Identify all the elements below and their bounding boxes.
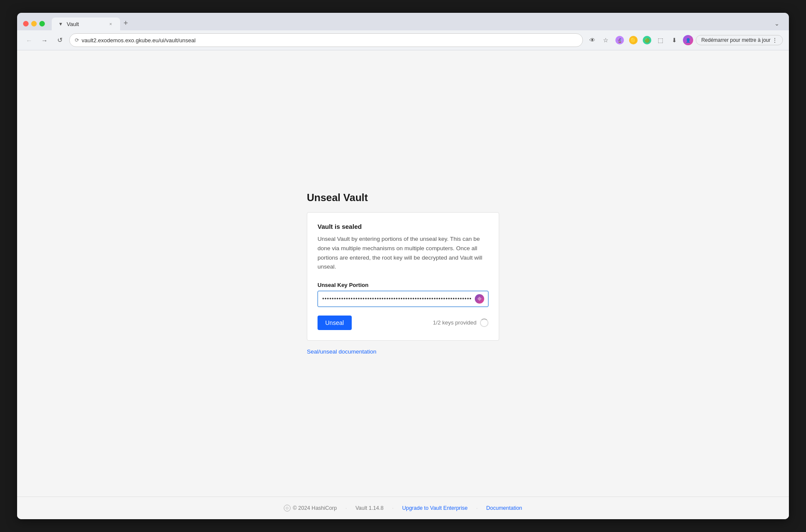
minimize-window-button[interactable] xyxy=(31,21,37,26)
forward-button[interactable]: → xyxy=(38,34,50,46)
footer-doc-link[interactable]: Documentation xyxy=(486,505,522,511)
key-input-icon xyxy=(475,294,484,304)
card-title: Vault is sealed xyxy=(318,223,488,230)
eye-icon-btn[interactable]: 👁 xyxy=(586,34,598,46)
bookmark-button[interactable]: ☆ xyxy=(600,34,612,46)
footer-logo: ⊙ © 2024 HashiCorp xyxy=(284,505,337,512)
tab-title: Vault xyxy=(67,21,79,27)
address-text: vault2.exodemos.exo.gkube.eu/ui/vault/un… xyxy=(82,37,577,44)
keys-status-text: 1/2 keys provided xyxy=(433,319,477,326)
restart-button[interactable]: Redémarrer pour mettre à jour ⋮ xyxy=(696,35,783,45)
diamond-icon xyxy=(477,297,482,301)
close-window-button[interactable] xyxy=(23,21,29,26)
unseal-container: Unseal Vault Vault is sealed Unseal Vaul… xyxy=(307,192,499,355)
extension2-button[interactable]: 🟡 xyxy=(627,34,639,46)
field-label: Unseal Key Portion xyxy=(318,282,488,288)
footer-separator-3: · xyxy=(476,505,477,511)
ext2-icon: 🟡 xyxy=(629,36,638,44)
restart-label: Redémarrer pour mettre à jour xyxy=(701,37,771,43)
card-footer: Unseal 1/2 keys provided xyxy=(318,316,488,330)
title-bar: ▼ Vault × + ⌄ xyxy=(17,13,789,30)
ext1-icon: 🔮 xyxy=(615,36,624,44)
footer-separator-2: · xyxy=(392,505,393,511)
traffic-lights xyxy=(23,21,45,26)
nav-actions: 👁 ☆ 🔮 🟡 🟢 ⬚ ⬇ 👤 Redémarrer pour mettre à… xyxy=(586,34,783,46)
browser-tab-vault[interactable]: ▼ Vault × xyxy=(52,18,120,30)
ext3-icon: 🟢 xyxy=(643,36,651,44)
new-tab-button[interactable]: + xyxy=(120,17,132,29)
extension3-button[interactable]: 🟢 xyxy=(641,34,653,46)
seal-unseal-doc-link[interactable]: Seal/unseal documentation xyxy=(307,348,377,355)
input-wrapper xyxy=(318,291,488,307)
tab-close-button[interactable]: × xyxy=(107,20,114,27)
tab-favicon-icon: ▼ xyxy=(58,21,64,27)
maximize-window-button[interactable] xyxy=(39,21,45,26)
unseal-button[interactable]: Unseal xyxy=(318,316,352,330)
page-content: Unseal Vault Vault is sealed Unseal Vaul… xyxy=(17,50,789,519)
unseal-card: Vault is sealed Unseal Vault by entering… xyxy=(307,212,499,340)
restart-menu-icon: ⋮ xyxy=(772,37,777,43)
nav-bar: ← → ↺ ⟳ vault2.exodemos.exo.gkube.eu/ui/… xyxy=(17,30,789,50)
tab-dropdown-button[interactable]: ⌄ xyxy=(771,18,783,29)
hashicorp-logo-icon: ⊙ xyxy=(284,505,291,512)
extension1-button[interactable]: 🔮 xyxy=(614,34,626,46)
keys-status: 1/2 keys provided xyxy=(433,319,488,327)
back-button[interactable]: ← xyxy=(23,34,35,46)
address-bar[interactable]: ⟳ vault2.exodemos.exo.gkube.eu/ui/vault/… xyxy=(69,33,583,47)
page-title: Unseal Vault xyxy=(307,192,499,204)
footer-separator-1: · xyxy=(345,505,347,511)
reload-button[interactable]: ↺ xyxy=(54,34,66,46)
tab-spacer: ⌄ xyxy=(132,18,783,30)
tab-bar: ▼ Vault × + ⌄ xyxy=(52,17,783,30)
extension4-button[interactable]: ⬚ xyxy=(655,34,667,46)
profile-avatar: 👤 xyxy=(683,35,693,45)
card-description: Unseal Vault by entering portions of the… xyxy=(318,234,488,271)
unseal-key-input[interactable] xyxy=(318,291,488,307)
download-button[interactable]: ⬇ xyxy=(668,34,680,46)
upgrade-link[interactable]: Upgrade to Vault Enterprise xyxy=(402,505,468,511)
main-area: Unseal Vault Vault is sealed Unseal Vaul… xyxy=(17,50,789,497)
address-secure-icon: ⟳ xyxy=(75,37,79,43)
profile-button[interactable]: 👤 xyxy=(682,34,694,46)
page-footer: ⊙ © 2024 HashiCorp · Vault 1.14.8 · Upgr… xyxy=(17,497,789,519)
progress-circle-icon xyxy=(480,319,488,327)
browser-window: ▼ Vault × + ⌄ ← → ↺ ⟳ vault2.exodemos.ex… xyxy=(17,13,789,519)
footer-version: Vault 1.14.8 xyxy=(356,505,384,511)
footer-copyright: © 2024 HashiCorp xyxy=(293,505,337,511)
